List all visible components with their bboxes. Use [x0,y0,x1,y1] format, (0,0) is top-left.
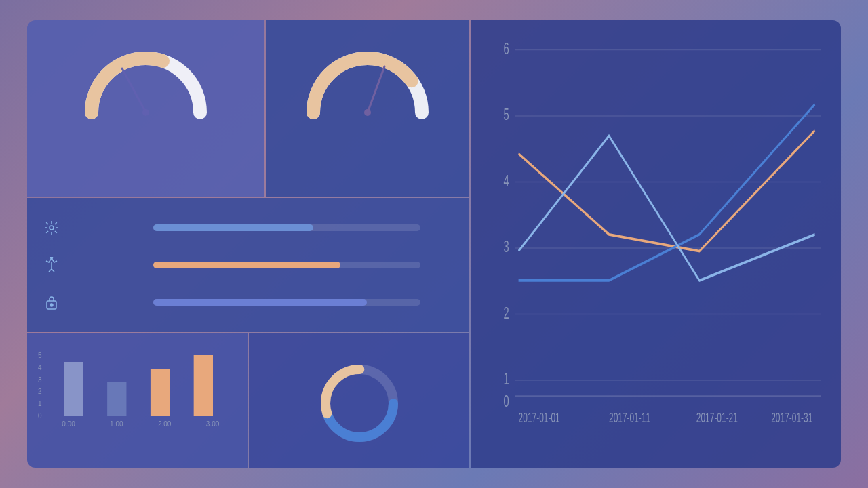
donut-svg [315,359,403,447]
industry-gauge [277,38,458,113]
technology-bar-bg [153,224,420,231]
gauge-svg-business [78,38,214,119]
accessibility-bar-bg [153,262,420,268]
svg-point-1 [142,109,149,116]
svg-rect-29 [193,355,212,416]
bottom-left-section: 012345 0.001.002.003.00 [27,198,469,468]
metrics-card [27,198,469,332]
svg-line-0 [122,68,146,113]
your-business-card [27,20,264,197]
security-bar-bg [153,299,420,306]
svg-point-25 [50,304,53,306]
svg-line-2 [368,66,384,113]
svg-point-22 [50,226,54,230]
security-icon [41,291,62,313]
svg-rect-28 [150,369,169,416]
svg-text:2: 2 [504,304,509,322]
aesthetics-chart: 012345 0.001.002.003.00 [38,348,237,436]
latest-activities-card: 6 5 4 3 2 1 0 2017-01-01 2017-01-11 2017… [471,20,841,468]
svg-text:2017-01-31: 2017-01-31 [771,410,812,426]
svg-rect-26 [64,362,83,416]
industry-average-card [266,20,469,197]
accessibility-bar [153,262,340,268]
svg-text:4: 4 [504,171,509,190]
accessibility-icon [41,254,62,276]
svg-text:6: 6 [504,39,509,58]
svg-text:3: 3 [504,237,509,256]
line-chart-svg: 6 5 4 3 2 1 0 2017-01-01 2017-01-11 2017… [484,39,827,438]
your-business-gauge [38,38,254,113]
security-bar [153,299,367,306]
svg-point-23 [51,257,53,259]
svg-text:0: 0 [504,392,509,410]
svg-text:5: 5 [504,105,509,123]
navigation-card [249,333,469,468]
metric-accessibility [41,254,456,276]
svg-text:2017-01-11: 2017-01-11 [609,410,650,426]
aesthetics-card: 012345 0.001.002.003.00 [27,333,248,468]
technology-bar [153,224,313,231]
svg-text:2017-01-21: 2017-01-21 [696,410,738,426]
svg-rect-27 [107,382,126,416]
metric-technology [41,217,456,239]
activities-chart: 6 5 4 3 2 1 0 2017-01-01 2017-01-11 2017… [484,39,827,438]
svg-text:2017-01-01: 2017-01-01 [519,410,560,426]
metric-security [41,291,456,313]
gauge-svg-industry [300,38,435,119]
technology-icon [41,217,62,239]
svg-text:1: 1 [504,369,509,388]
navigation-donut [315,348,403,458]
svg-point-3 [364,109,371,116]
